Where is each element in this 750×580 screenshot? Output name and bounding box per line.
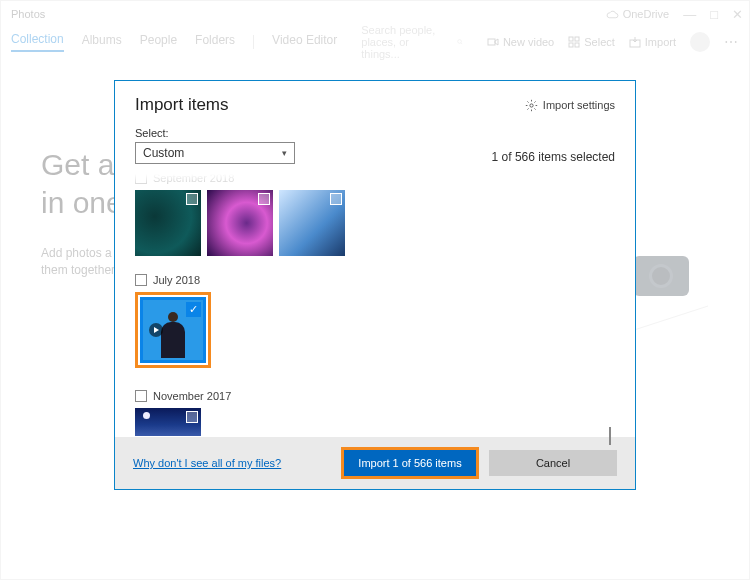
thumbnail[interactable] [279, 190, 345, 256]
checkbox[interactable] [186, 193, 198, 205]
dialog-title: Import items [135, 95, 229, 115]
checkbox[interactable] [135, 174, 147, 184]
import-settings-button[interactable]: Import settings [525, 99, 615, 112]
import-confirm-button[interactable]: Import 1 of 566 items [344, 450, 476, 476]
items-scroll[interactable]: September 2018 July 2018 ✓ Nove [115, 174, 635, 437]
thumbnail[interactable] [135, 190, 201, 256]
checkbox[interactable] [135, 274, 147, 286]
group-nov2017[interactable]: November 2017 [135, 390, 615, 402]
select-dropdown[interactable]: Custom ▾ [135, 142, 295, 164]
group-sep2018[interactable]: September 2018 [135, 174, 615, 184]
checkbox[interactable] [258, 193, 270, 205]
highlight-import-button: Import 1 of 566 items [341, 447, 479, 479]
help-link[interactable]: Why don't I see all of my files? [133, 457, 331, 469]
checkbox[interactable] [135, 390, 147, 402]
thumbnail[interactable] [135, 408, 201, 436]
check-icon[interactable]: ✓ [186, 302, 201, 317]
play-icon [149, 323, 163, 337]
thumbnail[interactable] [207, 190, 273, 256]
cancel-button[interactable]: Cancel [489, 450, 617, 476]
thumbnail-selected[interactable]: ✓ [140, 297, 206, 363]
scrollbar-handle[interactable] [609, 427, 611, 445]
import-dialog: Import items Import settings Select: Cus… [114, 80, 636, 490]
chevron-down-icon: ▾ [282, 148, 287, 158]
svg-point-8 [530, 103, 533, 106]
selection-count: 1 of 566 items selected [492, 150, 615, 164]
group-jul2018[interactable]: July 2018 [135, 274, 615, 286]
dialog-footer: Why don't I see all of my files? Import … [115, 437, 635, 489]
checkbox[interactable] [330, 193, 342, 205]
gear-icon [525, 99, 538, 112]
select-label: Select: [135, 127, 295, 139]
checkbox[interactable] [186, 411, 198, 423]
highlight-selected-item: ✓ [135, 292, 211, 368]
